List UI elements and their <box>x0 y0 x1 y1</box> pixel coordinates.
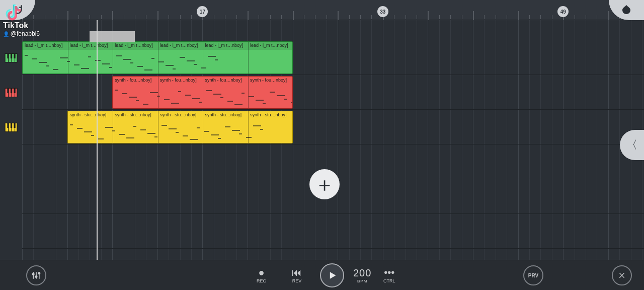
watermark-handle: @fenabbl6 <box>3 30 40 37</box>
timeline-marker[interactable]: 33 <box>377 6 388 17</box>
watermark-brand: TikTok <box>3 21 40 30</box>
clip-label: synth - stu…nboy] <box>68 111 113 119</box>
clip-label: lead - i_m t…nboy] <box>203 42 248 50</box>
svg-rect-23 <box>14 123 15 128</box>
clip-label: synth - stu…nboy] <box>203 111 248 119</box>
close-button[interactable] <box>612 260 632 290</box>
clip-label: synth - fou…nboy] <box>158 77 203 85</box>
svg-point-26 <box>38 272 40 274</box>
prv-label: PRV <box>523 265 543 285</box>
pattern-clip[interactable]: synth - stu…nboy]synth - stu…nboy]synth … <box>67 111 293 143</box>
record-button[interactable]: ● REC <box>257 260 266 290</box>
play-icon <box>320 263 344 287</box>
svg-point-24 <box>33 273 34 275</box>
mixer-button[interactable] <box>26 260 46 290</box>
tiktok-logo-icon <box>3 2 22 21</box>
pattern-clip[interactable]: lead - i_m t…nboy]lead - i_m t…nboy]lead… <box>22 41 293 74</box>
clip-label: lead - i_m t…nboy] <box>23 42 68 50</box>
record-icon: ● <box>258 267 264 277</box>
track-header[interactable] <box>0 40 22 75</box>
ctrl-label: CTRL <box>383 278 395 283</box>
tiktok-watermark: TikTok @fenabbl6 <box>3 2 40 37</box>
track-header[interactable] <box>0 75 22 110</box>
svg-rect-6 <box>11 53 12 58</box>
piano-keys-icon <box>5 51 18 64</box>
ctrl-menu-button[interactable]: ••• CTRL <box>383 260 395 290</box>
flstudio-logo-icon <box>620 4 632 16</box>
mixer-icon <box>26 265 46 285</box>
playhead[interactable] <box>97 20 98 260</box>
track-row[interactable] <box>22 214 644 249</box>
add-track-button[interactable]: ＋ <box>309 169 340 199</box>
clip-label: synth - fou…nboy] <box>203 77 248 85</box>
clip-label: synth - fou…nboy] <box>113 77 158 85</box>
clip-label: lead - i_m t…nboy] <box>158 42 203 50</box>
track-header[interactable] <box>0 110 22 144</box>
clip-label: synth - stu…nboy] <box>248 111 293 119</box>
rewind-button[interactable]: ⏮ REV <box>292 260 302 290</box>
svg-rect-15 <box>14 88 15 93</box>
svg-rect-14 <box>11 88 12 93</box>
bpm-value: 200 <box>353 267 371 279</box>
arrangement-area[interactable]: lead - i_m t…nboy]lead - i_m t…nboy]lead… <box>22 20 644 260</box>
clip-label: synth - stu…nboy] <box>158 111 203 119</box>
record-label: REC <box>257 278 266 283</box>
clip-label: synth - stu…nboy] <box>113 111 158 119</box>
svg-rect-7 <box>14 53 15 58</box>
timeline-marker[interactable]: 17 <box>197 6 208 17</box>
svg-rect-22 <box>11 123 12 128</box>
play-button[interactable] <box>320 260 344 290</box>
transport-bar: ● REC ⏮ REV 200 BPM ••• CTRL PRV <box>0 260 644 290</box>
svg-rect-5 <box>7 53 9 58</box>
chevron-left-icon: 〈 <box>626 137 637 153</box>
svg-point-25 <box>35 276 37 277</box>
clip-label: lead - i_m t…nboy] <box>248 42 293 50</box>
piano-keys-icon <box>5 121 18 134</box>
clip-label: lead - i_m t…nboy] <box>113 42 158 50</box>
timeline-marker[interactable]: 49 <box>557 6 569 17</box>
bpm-label: BPM <box>353 279 371 283</box>
clip-label: lead - i_m t…nboy] <box>68 42 113 50</box>
svg-rect-21 <box>7 123 9 128</box>
clip-label: synth - fou…nboy] <box>248 77 293 85</box>
bpm-display[interactable]: 200 BPM <box>353 260 371 290</box>
svg-rect-13 <box>7 88 9 93</box>
pattern-clip[interactable]: synth - fou…nboy]synth - fou…nboy]synth … <box>112 76 292 109</box>
preview-button[interactable]: PRV <box>523 260 543 290</box>
timeline-ruler[interactable]: 173349 <box>22 0 644 20</box>
close-icon <box>612 265 632 285</box>
piano-keys-icon <box>5 86 18 99</box>
plus-icon: ＋ <box>314 171 335 198</box>
track-header-column <box>0 20 22 260</box>
dots-icon: ••• <box>384 267 394 277</box>
rewind-label: REV <box>292 278 302 283</box>
rewind-icon: ⏮ <box>292 267 302 277</box>
